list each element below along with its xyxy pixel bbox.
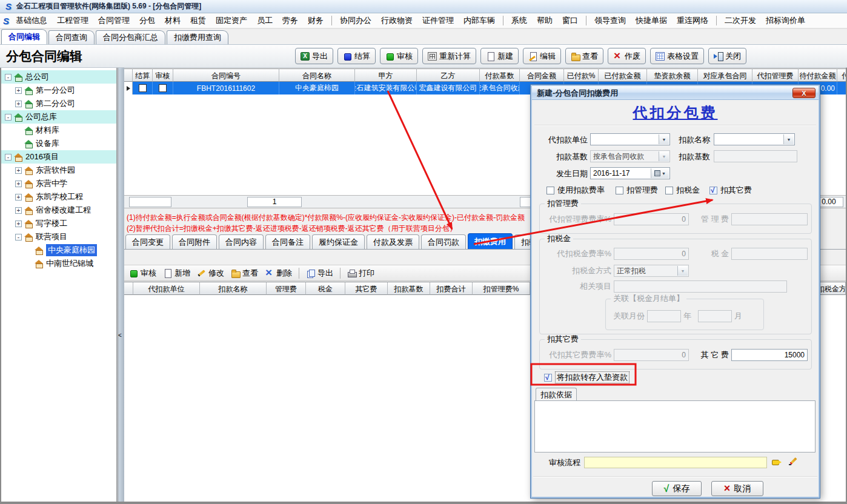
tree-item-宿舍楼改建工程[interactable]: +宿舍楼改建工程 (1, 204, 116, 217)
calendar-dropdown-icon[interactable] (651, 168, 669, 178)
grid-cell-合同编号[interactable]: FBHT2016111602 (173, 82, 279, 94)
detail-toolbar-button-查看[interactable]: 查看 (231, 268, 258, 279)
tree-item-中南世纪锦城[interactable]: 中南世纪锦城 (1, 257, 116, 270)
tree-toggle-icon[interactable]: + (15, 181, 22, 187)
detail-toolbar-button-审核[interactable]: 审核 (129, 268, 156, 279)
column-header-甲方[interactable]: 甲方 (355, 68, 417, 82)
column-header-代扣款单位[interactable]: 代扣款单位 (133, 282, 200, 295)
menu-item-合同管理[interactable]: 合同管理 (93, 13, 135, 28)
menu-item-内部车辆[interactable]: 内部车辆 (459, 13, 500, 28)
column-header-对应承包合同[interactable]: 对应承包合同 (698, 68, 752, 82)
toolbar-button-查看[interactable]: 查看 (565, 48, 603, 64)
detail-tab-合同内容[interactable]: 合同内容 (219, 234, 264, 249)
date-field[interactable]: 2016-11-17 (590, 167, 670, 179)
detail-tab-合同附件[interactable]: 合同附件 (172, 234, 217, 249)
toolbar-button-重新计算[interactable]: 重新计算 (422, 48, 476, 64)
detail-tab-扣缴费用[interactable]: 扣缴费用 (468, 233, 513, 249)
tree-toggle-icon[interactable]: - (5, 154, 12, 161)
menu-item-领导查询[interactable]: 领导查询 (590, 13, 631, 28)
menu-item-工程管理[interactable]: 工程管理 (52, 13, 93, 28)
main-tab-合同编辑[interactable]: 合同编辑 (1, 29, 47, 44)
column-header-扣款名称[interactable]: 扣款名称 (200, 282, 267, 295)
detail-tab-合同备注[interactable]: 合同备注 (265, 234, 310, 249)
splitter[interactable] (116, 68, 124, 502)
grid-cell-甲方[interactable]: 金石建筑安装有限公司 (355, 82, 417, 94)
deduct-mgmt-option[interactable]: 扣管理费 (616, 185, 658, 195)
column-header-审核[interactable]: 审核 (153, 68, 173, 82)
transfer-checkbox[interactable] (544, 374, 552, 382)
tree-item-材料库[interactable]: 材料库 (1, 124, 116, 137)
deduct-tax-checkbox[interactable] (665, 187, 673, 194)
tree-toggle-icon[interactable]: + (15, 87, 22, 94)
menu-item-快捷单据[interactable]: 快捷单据 (631, 13, 672, 28)
toolbar-button-新建[interactable]: 新建 (480, 48, 519, 64)
approval-flow-input[interactable] (584, 457, 767, 468)
column-header-合同金额[interactable]: 合同金额 (520, 68, 564, 82)
detail-tab-合同罚款[interactable]: 合同罚款 (421, 234, 466, 249)
chevron-down-icon[interactable] (659, 134, 669, 144)
column-header-付款基数[interactable]: 付款基数 (480, 68, 520, 82)
basis-textarea[interactable] (534, 400, 815, 453)
detail-toolbar-button-新增[interactable]: 新增 (163, 268, 190, 279)
grid-cell-合同名称[interactable]: 中央豪庭柿园 (279, 82, 355, 94)
column-header-合同编号[interactable]: 合同编号 (173, 68, 279, 82)
toolbar-button-审核[interactable]: 审核 (380, 48, 418, 64)
toolbar-button-导出[interactable]: 导出 (295, 48, 333, 64)
menu-item-行政物资[interactable]: 行政物资 (376, 13, 417, 28)
menu-item-固定资产[interactable]: 固定资产 (211, 13, 252, 28)
save-button[interactable]: 保存 (652, 481, 702, 496)
detail-tab-付款及发票[interactable]: 付款及发票 (367, 234, 419, 249)
detail-toolbar-button-删除[interactable]: 删除 (265, 268, 292, 279)
tree-item-东营软件园[interactable]: +东营软件园 (1, 164, 116, 177)
menu-item-帮助[interactable]: 帮助 (532, 13, 557, 28)
deduct-unit-select[interactable] (590, 133, 670, 145)
column-header-结算[interactable]: 结算 (133, 68, 153, 82)
menu-item-分包[interactable]: 分包 (135, 13, 160, 28)
column-header-代扣管理费[interactable]: 代扣管理费 (752, 68, 799, 82)
column-header-已付款%[interactable]: 已付款% (564, 68, 599, 82)
tree-item-第一分公司[interactable]: +第一分公司 (1, 84, 116, 97)
column-header-合同名称[interactable]: 合同名称 (279, 68, 355, 82)
detail-tab-合同变更[interactable]: 合同变更 (125, 234, 170, 249)
use-rate-checkbox[interactable] (546, 187, 554, 194)
row-checkbox[interactable] (139, 84, 147, 92)
tree-item-第二分公司[interactable]: +第二分公司 (1, 97, 116, 110)
tree-item-东营中学[interactable]: +东营中学 (1, 177, 116, 190)
select-flow-icon[interactable] (772, 457, 782, 467)
tree-toggle-icon[interactable]: + (15, 220, 22, 227)
column-header-待付款金额[interactable]: 待付款金额 (799, 68, 837, 82)
column-header-扣款基数[interactable]: 扣款基数 (388, 282, 430, 295)
menu-item-窗口[interactable]: 窗口 (557, 13, 583, 28)
row-checkbox[interactable] (159, 84, 167, 92)
menu-item-租赁[interactable]: 租赁 (185, 13, 211, 28)
tree-toggle-icon[interactable]: + (15, 194, 22, 201)
tree-item-东凯学校工程[interactable]: +东凯学校工程 (1, 190, 116, 204)
column-header-付款[interactable]: 付款 (837, 68, 846, 82)
menu-item-系统[interactable]: 系统 (507, 13, 532, 28)
tree-item-中央豪庭柿园[interactable]: 中央豪庭柿园 (1, 244, 116, 257)
tree-toggle-icon[interactable]: + (15, 167, 22, 174)
column-header-乙方[interactable]: 乙方 (417, 68, 480, 82)
tree-item-2016项目[interactable]: -2016项目 (1, 150, 116, 164)
menu-item-协同办公[interactable]: 协同办公 (335, 13, 376, 28)
toolbar-button-表格设置[interactable]: 表格设置 (650, 48, 704, 64)
menu-item-证件管理[interactable]: 证件管理 (417, 13, 459, 28)
dialog-close-button[interactable] (792, 88, 815, 98)
detail-toolbar-button-修改[interactable]: 修改 (197, 268, 224, 279)
menu-item-重连网络[interactable]: 重连网络 (672, 13, 713, 28)
grid-cell-结算[interactable] (133, 82, 153, 94)
tree-item-总公司[interactable]: -总公司 (1, 70, 116, 84)
column-header-其它费[interactable]: 其它费 (345, 282, 388, 295)
detail-toolbar-button-导出[interactable]: 导出 (306, 268, 333, 279)
deduct-mgmt-checkbox[interactable] (616, 187, 623, 194)
basis-tab[interactable]: 扣款依据 (536, 388, 577, 400)
transfer-to-advance-option[interactable]: 将扣款转存入垫资款 (544, 373, 629, 382)
menu-item-员工[interactable]: 员工 (252, 13, 277, 28)
menu-item-材料[interactable]: 材料 (160, 13, 185, 28)
grid-cell-付款基数[interactable]: 按承包合同收款 (480, 82, 520, 94)
tree-item-联营项目[interactable]: -联营项目 (1, 230, 116, 244)
deduct-name-select[interactable] (714, 133, 795, 145)
column-header-管理费[interactable]: 管理费 (267, 282, 306, 295)
toolbar-button-关闭[interactable]: 关闭 (708, 48, 746, 64)
use-rate-option[interactable]: 使用扣款费率 (546, 185, 605, 195)
